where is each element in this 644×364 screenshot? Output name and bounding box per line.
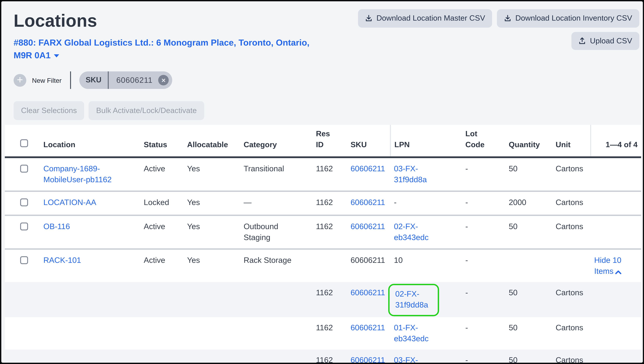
caret-down-icon [54,54,59,58]
lot-code-cell: - [462,249,505,282]
location-link[interactable]: RACK-101 [43,256,81,264]
locations-table-wrap: Location Status Allocatable Category Res… [5,125,639,364]
select-cell [5,157,40,191]
sku-cell: 60606211 [347,157,390,191]
table-row: LOCATION-AA Locked Yes — 1162 60606211 -… [5,191,641,215]
quantity-cell: 2000 [505,191,552,215]
location-cell [40,317,140,350]
lpn-cell: - [390,191,462,215]
res-id-cell: 1162 [312,191,347,215]
new-filter-label: New Filter [32,76,62,84]
status-cell: Active [140,215,184,249]
allocatable-cell [184,350,240,364]
download-inventory-label: Download Location Inventory CSV [515,14,632,22]
col-unit: Unit [552,125,591,157]
sku-link[interactable]: 60606211 [351,288,385,297]
unit-cell: Cartons [552,191,591,215]
lpn-cell: 03-FX-eb343edc [390,350,462,364]
category-cell: Outbound Staging [240,215,312,249]
col-res-id-label: Res ID [316,128,333,150]
pagination-range: 1—4 of 4 [591,125,641,157]
status-cell [140,350,184,364]
clear-selections-button[interactable]: Clear Selections [14,101,84,120]
unit-cell [552,249,591,282]
sku-link[interactable]: 60606211 [351,198,385,207]
plus-icon: + [17,74,23,85]
res-id-cell: 1162 [312,282,347,317]
status-cell: Locked [140,191,184,215]
sku-link[interactable]: 60606211 [351,323,385,332]
res-id-cell: 1162 [312,157,347,191]
col-quantity: Quantity [505,125,552,157]
quantity-cell: 50 [505,157,552,191]
inventory-subrow: 1162 60606211 03-FX-eb343edc - 50 Carton… [5,350,641,364]
top-bar: Locations #880: FARX Global Logistics Lt… [5,8,639,62]
table-row: Company-1689-MobileUser-pb1162 Active Ye… [5,157,641,191]
lot-code-cell: - [462,191,505,215]
allocatable-cell [184,282,240,317]
allocatable-cell: Yes [184,191,240,215]
download-location-master-button[interactable]: Download Location Master CSV [358,9,492,28]
row-actions-cell [591,282,641,317]
sku-link[interactable]: 60606211 [351,222,385,231]
download-location-inventory-button[interactable]: Download Location Inventory CSV [497,9,639,28]
lpn-link[interactable]: 02-FX-31f9dd8a [395,289,432,310]
allocatable-cell [184,317,240,350]
chevron-up-icon [615,270,621,274]
row-checkbox[interactable] [20,256,28,264]
location-link[interactable]: LOCATION-AA [43,198,96,207]
lpn-link[interactable]: 03-FX-31f9dd8a [394,164,431,185]
quantity-cell [505,249,552,282]
quantity-cell: 50 [505,317,552,350]
sku-link[interactable]: 60606211 [351,356,385,364]
unit-cell: Cartons [552,215,591,249]
filter-bar: + New Filter SKU 60606211 ✕ [14,72,639,89]
category-cell: Transitional [240,157,312,191]
lpn-link[interactable]: 01-FX-eb343edc [394,322,431,344]
filter-chip-value: 60606211 [109,76,158,85]
download-master-label: Download Location Master CSV [376,14,485,22]
lot-code-cell: - [462,215,505,249]
lot-code-cell: - [462,157,505,191]
location-link[interactable]: OB-116 [43,222,70,231]
lpn-link[interactable]: 03-FX-eb343edc [394,355,431,364]
select-all-checkbox[interactable] [20,139,28,147]
download-icon [365,14,372,22]
unit-cell: Cartons [552,157,591,191]
allocatable-cell: Yes [184,249,240,282]
status-cell [140,282,184,317]
close-icon: ✕ [161,77,166,84]
row-checkbox[interactable] [20,165,28,172]
header-row: Location Status Allocatable Category Res… [5,125,641,157]
hide-items-link[interactable]: Hide 10 Items [594,255,624,277]
locations-page: Locations #880: FARX Global Logistics Lt… [0,0,644,364]
facility-selector-link[interactable]: #880: FARX Global Logistics Ltd.: 6 Mono… [14,36,316,62]
upload-button-row: Upload CSV [571,32,639,50]
upload-csv-button[interactable]: Upload CSV [571,32,639,50]
sku-cell: 60606211 [347,249,390,282]
col-res-id: Res ID [312,125,347,157]
row-actions-cell [591,215,641,249]
category-cell: Rack Storage [240,249,312,282]
inventory-subrow: 1162 60606211 01-FX-eb343edc - 50 Carton… [5,317,641,350]
lpn-cell: 10 [390,249,462,282]
unit-cell: Cartons [552,317,591,350]
new-filter-button[interactable]: + [14,74,26,86]
lpn-link[interactable]: 02-FX-eb343edc [394,221,431,243]
row-checkbox[interactable] [20,198,28,206]
location-link[interactable]: Company-1689-MobileUser-pb1162 [43,164,116,185]
select-cell [5,317,40,350]
select-cell [5,191,40,215]
sku-link[interactable]: 60606211 [351,164,385,173]
highlight-box: 02-FX-31f9dd8a [388,284,439,316]
upload-icon [578,37,586,44]
download-buttons-row: Download Location Master CSV Download Lo… [358,9,639,28]
col-location: Location [40,125,140,157]
select-cell [5,215,40,249]
row-checkbox[interactable] [20,222,28,230]
location-cell [40,282,140,317]
lot-code-cell: - [462,282,505,317]
bulk-activate-lock-deactivate-button[interactable]: Bulk Activate/Lock/Deactivate [89,101,204,120]
remove-filter-button[interactable]: ✕ [158,75,169,86]
col-select [5,125,40,157]
